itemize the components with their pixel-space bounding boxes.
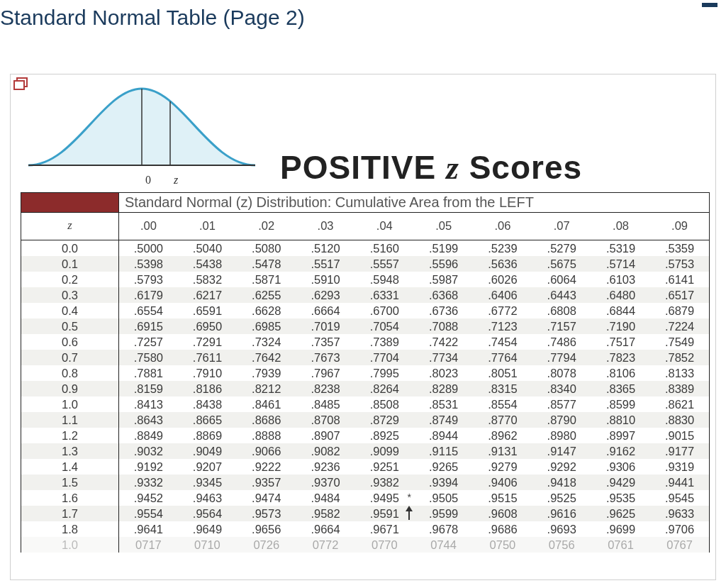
cell: .5832: [178, 272, 237, 287]
cell: .6217: [178, 287, 237, 303]
normal-curve-icon: 0 z: [25, 82, 259, 187]
cell: .7422: [414, 334, 473, 350]
cell: .5239: [473, 240, 532, 257]
table-row: 0.7.7580.7611.7642.7673.7704.7734.7764.7…: [21, 350, 710, 365]
cell: .8438: [178, 396, 237, 412]
cell: .7704: [355, 350, 414, 365]
axis-z-label: z: [174, 174, 178, 186]
cell: .5120: [296, 240, 354, 257]
cell: .8365: [591, 381, 650, 396]
cell: .8340: [532, 381, 591, 396]
cell: .6950: [178, 318, 237, 334]
cell: .9616: [532, 506, 591, 521]
cell: .7486: [532, 334, 591, 350]
cell: .9099: [355, 443, 414, 459]
cell: .7910: [178, 365, 237, 381]
cell: .7939: [237, 365, 296, 381]
row-label: 0.7: [21, 350, 119, 365]
table-row: 0.8.7881.7910.7939.7967.7995.8023.8051.8…: [21, 365, 710, 381]
table-row: 1.4.9192.9207.9222.9236.9251.9265.9279.9…: [21, 459, 710, 475]
cell: .6026: [473, 272, 532, 287]
cell: .6293: [296, 287, 354, 303]
cell: .5987: [414, 272, 473, 287]
cell: .7549: [650, 334, 709, 350]
cell: .6591: [178, 303, 237, 318]
cell: .9599: [414, 506, 473, 521]
cell: .6628: [237, 303, 296, 318]
popout-icon[interactable]: [13, 77, 26, 89]
cell: .9452: [119, 490, 178, 506]
cell: .5040: [178, 240, 237, 257]
table-row: 0.1.5398.5438.5478.5517.5557.5596.5636.5…: [21, 256, 710, 272]
cell: .8051: [473, 365, 532, 381]
table-row: 1.0.8413.8438.8461.8485.8508.8531.8554.8…: [21, 396, 710, 412]
cell: .7794: [532, 350, 591, 365]
cell: .9484: [296, 490, 354, 506]
cell: .9515: [473, 490, 532, 506]
cell: .5000: [119, 240, 178, 257]
cell: .5398: [119, 256, 178, 272]
cell: .8106: [591, 365, 650, 381]
cell: .5636: [473, 256, 532, 272]
table-row: 0.0.5000.5040.5080.5120.5160.5199.5239.5…: [21, 240, 710, 257]
cell: .9177: [650, 443, 709, 459]
cell: .5871: [237, 272, 296, 287]
cell: .9418: [532, 475, 591, 490]
cell: .6772: [473, 303, 532, 318]
cell: .5910: [296, 272, 354, 287]
cell: .5714: [591, 256, 650, 272]
cell: .7673: [296, 350, 354, 365]
row-label: 1.7: [21, 506, 119, 521]
cell: .6331: [355, 287, 414, 303]
cell: .8708: [296, 412, 354, 428]
cell: .7019: [296, 318, 354, 334]
cell: .7054: [355, 318, 414, 334]
cell: .6103: [591, 272, 650, 287]
table-row: 0.5.6915.6950.6985.7019.7054.7088.7123.7…: [21, 318, 710, 334]
cell: .7190: [591, 318, 650, 334]
cell: .8264: [355, 381, 414, 396]
col-header-02: .02: [237, 213, 296, 240]
cell: 0710: [178, 537, 237, 553]
cell: .9319: [650, 459, 709, 475]
cell: .7454: [473, 334, 532, 350]
row-label: 1.1: [21, 412, 119, 428]
cell: .8133: [650, 365, 709, 381]
cell-arrow: .9591: [355, 506, 414, 521]
cell: .8643: [119, 412, 178, 428]
cell: .9162: [591, 443, 650, 459]
cell: .8599: [591, 396, 650, 412]
cell: 0756: [532, 537, 591, 553]
cell: .8962: [473, 428, 532, 443]
cell: .8078: [532, 365, 591, 381]
cell: .9706: [650, 521, 709, 537]
cell: 0770: [355, 537, 414, 553]
cell: .7967: [296, 365, 354, 381]
cell: .6700: [355, 303, 414, 318]
table-row: 0.9.8159.8186.8212.8238.8264.8289.8315.8…: [21, 381, 710, 396]
cell: .9441: [650, 475, 709, 490]
col-header-04: .04: [355, 213, 414, 240]
minimize-icon[interactable]: [702, 3, 717, 7]
cell: .9332: [119, 475, 178, 490]
cell: .7764: [473, 350, 532, 365]
row-label: 0.3: [21, 287, 119, 303]
cell: .9686: [473, 521, 532, 537]
table-row: 1.1.8643.8665.8686.8708.8729.8749.8770.8…: [21, 412, 710, 428]
cell: .9693: [532, 521, 591, 537]
cell: .9292: [532, 459, 591, 475]
cell: .7257: [119, 334, 178, 350]
cell: .5199: [414, 240, 473, 257]
cell: .9429: [591, 475, 650, 490]
cell: .7088: [414, 318, 473, 334]
cell: .9564: [178, 506, 237, 521]
cell: .8577: [532, 396, 591, 412]
cell: 0717: [119, 537, 178, 553]
row-label: 0.6: [21, 334, 119, 350]
cell: .6879: [650, 303, 709, 318]
cell: .8665: [178, 412, 237, 428]
cell: 0767: [650, 537, 709, 553]
cell: .9535: [591, 490, 650, 506]
page-title: Standard Normal Table (Page 2): [0, 0, 726, 30]
content-frame: 0 z POSITIVE z Scores Standard Normal (z…: [10, 74, 716, 580]
